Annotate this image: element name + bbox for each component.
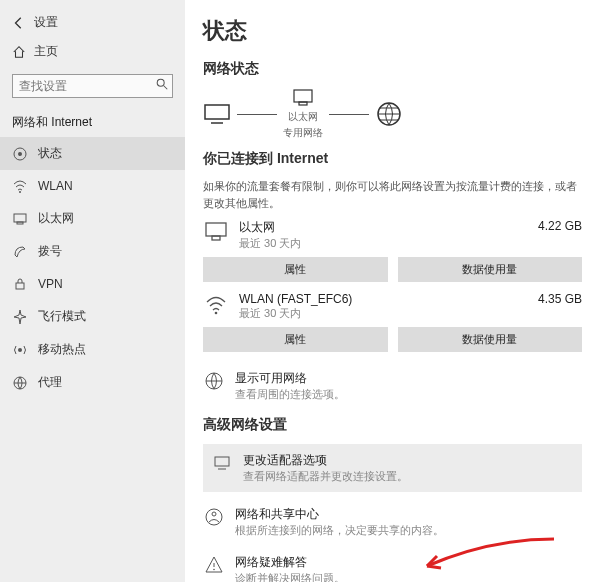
option-sub: 查看网络适配器并更改连接设置。: [243, 469, 408, 484]
settings-title: 设置: [34, 14, 58, 31]
status-icon: [12, 146, 28, 162]
search-icon: [155, 77, 169, 91]
ethernet-icon: [12, 211, 28, 227]
svg-point-22: [212, 512, 216, 516]
search-box[interactable]: [12, 74, 173, 98]
option-title: 网络和共享中心: [235, 506, 444, 523]
globe-icon: [203, 370, 225, 392]
vpn-icon: [12, 276, 28, 292]
network-name: 以太网: [239, 219, 528, 236]
back-arrow-icon: [12, 16, 26, 30]
properties-button[interactable]: 属性: [203, 327, 388, 352]
svg-point-0: [157, 79, 164, 86]
sidebar-item-airplane[interactable]: 飞行模式: [0, 300, 185, 333]
sidebar-item-label: 移动热点: [38, 341, 86, 358]
advanced-heading: 高级网络设置: [203, 416, 582, 434]
sidebar-item-label: 拨号: [38, 243, 62, 260]
option-sub: 根据所连接到的网络，决定要共享的内容。: [235, 523, 444, 538]
properties-button[interactable]: 属性: [203, 257, 388, 282]
wifi-icon: [203, 292, 229, 318]
sidebar: 设置 主页 网络和 Internet 状态 WLAN 以太网 拨号 VPN 飞行…: [0, 0, 185, 582]
back-button[interactable]: 设置: [0, 10, 185, 35]
ethernet-icon: [203, 219, 229, 245]
page-title: 状态: [203, 16, 582, 46]
sidebar-item-wlan[interactable]: WLAN: [0, 170, 185, 202]
warning-icon: [203, 554, 225, 576]
adapter-icon: [211, 452, 233, 474]
option-title: 网络疑难解答: [235, 554, 345, 571]
sharing-icon: [203, 506, 225, 528]
sidebar-item-ethernet[interactable]: 以太网: [0, 202, 185, 235]
svg-rect-19: [215, 457, 229, 466]
sidebar-item-label: 以太网: [38, 210, 74, 227]
svg-point-24: [213, 569, 215, 571]
network-usage: 4.35 GB: [538, 292, 582, 306]
network-row-wlan: WLAN (FAST_EFC6) 最近 30 天内 4.35 GB: [203, 292, 582, 321]
sidebar-item-status[interactable]: 状态: [0, 137, 185, 170]
svg-rect-10: [205, 105, 229, 119]
network-row-ethernet: 以太网 最近 30 天内 4.22 GB: [203, 219, 582, 251]
svg-rect-5: [14, 214, 26, 222]
main-content: 状态 网络状态 以太网 专用网络 你已连接到 Internet 如果你的流量套餐…: [185, 0, 600, 582]
status-heading: 网络状态: [203, 60, 582, 78]
connected-desc: 如果你的流量套餐有限制，则你可以将此网络设置为按流量计费的连接，或者更改其他属性…: [203, 178, 582, 211]
svg-point-8: [18, 348, 22, 352]
sidebar-item-hotspot[interactable]: 移动热点: [0, 333, 185, 366]
show-available-networks[interactable]: 显示可用网络 查看周围的连接选项。: [203, 362, 582, 410]
sidebar-item-label: 状态: [38, 145, 62, 162]
svg-rect-7: [16, 283, 24, 289]
ethernet-icon: [292, 88, 314, 108]
wifi-icon: [12, 178, 28, 194]
topology-line: [329, 114, 369, 115]
search-input[interactable]: [12, 74, 173, 98]
topology-line: [237, 114, 277, 115]
sidebar-item-dialup[interactable]: 拨号: [0, 235, 185, 268]
sidebar-item-label: 飞行模式: [38, 308, 86, 325]
svg-rect-6: [17, 222, 23, 224]
globe-icon: [375, 100, 403, 128]
svg-point-4: [19, 191, 21, 193]
pc-icon: [203, 102, 231, 126]
sidebar-item-vpn[interactable]: VPN: [0, 268, 185, 300]
network-usage: 4.22 GB: [538, 219, 582, 233]
option-title: 更改适配器选项: [243, 452, 408, 469]
sidebar-item-label: 代理: [38, 374, 62, 391]
data-usage-button[interactable]: 数据使用量: [398, 327, 583, 352]
topology-mid-sub: 专用网络: [283, 126, 323, 140]
network-topology: 以太网 专用网络: [203, 88, 582, 140]
svg-rect-16: [212, 236, 220, 240]
svg-rect-15: [206, 223, 226, 236]
network-sub: 最近 30 天内: [239, 236, 528, 251]
svg-line-1: [164, 86, 168, 90]
home-label: 主页: [34, 43, 58, 60]
proxy-icon: [12, 375, 28, 391]
svg-rect-12: [294, 90, 312, 102]
network-name: WLAN (FAST_EFC6): [239, 292, 528, 306]
option-title: 显示可用网络: [235, 370, 345, 387]
network-sub: 最近 30 天内: [239, 306, 528, 321]
home-link[interactable]: 主页: [0, 35, 185, 68]
airplane-icon: [12, 309, 28, 325]
home-icon: [12, 45, 26, 59]
sidebar-item-proxy[interactable]: 代理: [0, 366, 185, 399]
connected-heading: 你已连接到 Internet: [203, 150, 582, 168]
svg-point-21: [206, 509, 222, 525]
sidebar-section: 网络和 Internet: [0, 108, 185, 137]
dialup-icon: [12, 244, 28, 260]
adapter-options[interactable]: 更改适配器选项 查看网络适配器并更改连接设置。: [203, 444, 582, 492]
svg-rect-13: [299, 102, 307, 105]
data-usage-button[interactable]: 数据使用量: [398, 257, 583, 282]
option-sub: 诊断并解决网络问题。: [235, 571, 345, 582]
sidebar-item-label: VPN: [38, 277, 63, 291]
topology-mid-label: 以太网: [288, 110, 318, 124]
svg-point-3: [18, 152, 22, 156]
annotation-arrow-icon: [419, 534, 559, 574]
svg-point-17: [215, 312, 218, 315]
hotspot-icon: [12, 342, 28, 358]
option-sub: 查看周围的连接选项。: [235, 387, 345, 402]
sidebar-item-label: WLAN: [38, 179, 73, 193]
